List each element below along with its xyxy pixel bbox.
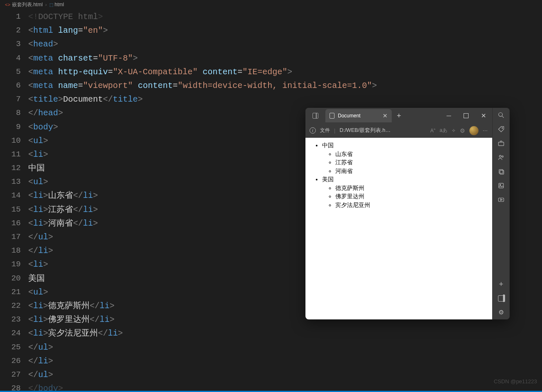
browser-window: Document ✕ + ✕ i 文件 | D:/WEB/嵌套列表.h… A» … — [305, 108, 510, 319]
list-item: 美国德克萨斯州佛罗里达州宾夕法尼亚州 — [322, 175, 490, 209]
people-icon[interactable] — [498, 153, 505, 161]
favorite-icon[interactable]: ✧ — [452, 128, 456, 134]
breadcrumb-file[interactable]: 嵌套列表.html — [12, 1, 43, 8]
svg-rect-6 — [499, 169, 503, 173]
settings-icon[interactable]: ⚙ — [460, 127, 465, 134]
info-icon[interactable]: i — [310, 127, 316, 134]
search-icon[interactable] — [498, 111, 505, 119]
tab-title: Document — [338, 113, 361, 119]
browser-tab[interactable]: Document ✕ — [325, 109, 392, 122]
image-icon[interactable] — [498, 182, 505, 189]
browser-titlebar[interactable]: Document ✕ + ✕ — [305, 108, 492, 124]
svg-point-9 — [500, 184, 500, 185]
maximize-button[interactable] — [457, 108, 475, 124]
close-tab-button[interactable]: ✕ — [383, 112, 388, 119]
profile-avatar[interactable] — [469, 126, 479, 135]
list-item: 河南省 — [335, 167, 490, 175]
url-text[interactable]: D:/WEB/嵌套列表.h… — [339, 127, 426, 134]
svg-point-4 — [499, 155, 501, 157]
sidebar-toggle-icon[interactable] — [498, 295, 505, 302]
page-content[interactable]: 中国山东省江苏省河南省美国德克萨斯州佛罗里达州宾夕法尼亚州 — [305, 138, 492, 319]
svg-point-5 — [502, 156, 503, 157]
briefcase-icon[interactable] — [498, 139, 505, 147]
svg-line-1 — [502, 116, 504, 117]
list-item: 宾夕法尼亚州 — [335, 201, 490, 209]
nested-list: 中国山东省江苏省河南省美国德克萨斯州佛罗里达州宾夕法尼亚州 — [308, 141, 490, 209]
svg-rect-7 — [500, 170, 504, 174]
list-item: 江苏省 — [335, 158, 490, 167]
panel-icon — [313, 113, 318, 119]
watermark: CSDN @pe11223 — [494, 378, 537, 385]
page-icon — [330, 113, 334, 119]
translate-icon[interactable]: aあ — [439, 127, 447, 134]
tab-overview-button[interactable] — [305, 113, 325, 119]
addr-label: 文件 — [320, 127, 330, 134]
addr-separator: | — [334, 128, 335, 134]
address-bar[interactable]: i 文件 | D:/WEB/嵌套列表.h… A» aあ ✧ ⚙ ⋯ — [305, 124, 492, 138]
close-window-button[interactable]: ✕ — [475, 108, 492, 124]
chevron-right-icon: › — [45, 2, 47, 7]
add-button[interactable]: + — [498, 280, 505, 288]
collections-icon[interactable] — [498, 168, 505, 175]
video-icon[interactable] — [498, 196, 505, 203]
list-item: 中国山东省江苏省河南省 — [322, 141, 490, 175]
list-item: 山东省 — [335, 150, 490, 158]
browser-sidebar: + ⚙ — [492, 108, 510, 319]
gear-icon[interactable]: ⚙ — [498, 309, 505, 316]
file-icon: <> — [5, 2, 10, 7]
line-gutter: 1234567891011121314151617181920212223242… — [0, 9, 28, 385]
minimize-button[interactable] — [440, 108, 457, 124]
more-icon[interactable]: ⋯ — [483, 128, 488, 134]
svg-rect-8 — [499, 183, 503, 187]
tag-icon[interactable] — [498, 125, 505, 133]
breadcrumb: <> 嵌套列表.html › ⬚ html — [0, 0, 542, 9]
new-tab-button[interactable]: + — [392, 112, 406, 120]
svg-point-2 — [502, 127, 503, 128]
svg-point-0 — [498, 112, 502, 116]
svg-rect-3 — [498, 142, 504, 146]
cube-icon: ⬚ — [49, 2, 53, 7]
breadcrumb-element[interactable]: html — [55, 2, 64, 7]
list-item: 佛罗里达州 — [335, 192, 490, 201]
read-aloud-icon[interactable]: A» — [430, 127, 435, 134]
list-item: 德克萨斯州 — [335, 184, 490, 192]
